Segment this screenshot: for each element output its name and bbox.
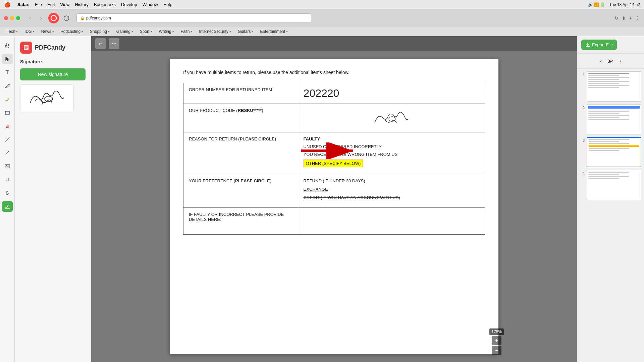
highlighter-tool-button[interactable] [2, 94, 13, 105]
close-window-button[interactable] [4, 16, 8, 20]
thumbnail-3[interactable]: 3 [580, 137, 641, 167]
address-bar[interactable]: 🔒 pdfcandy.com [76, 13, 311, 23]
bookmark-sport[interactable]: Sport ▾ [137, 28, 155, 35]
svg-line-2 [5, 137, 9, 141]
bookmark-podcasting[interactable]: Podcasting ▾ [58, 28, 86, 35]
chevron-icon: ▾ [191, 30, 192, 33]
extensions-icon[interactable]: ⋮ [635, 15, 640, 21]
bookmark-news[interactable]: News ▾ [39, 28, 57, 35]
app-name: PDFCandy [35, 44, 65, 51]
bookmark-writing[interactable]: Writing ▾ [156, 28, 177, 35]
page-navigation: ‹ 3/4 › [577, 54, 644, 69]
bookmark-gaming[interactable]: Gaming ▾ [114, 28, 136, 35]
redo-button[interactable]: ↪ [109, 38, 119, 49]
pdf-toolbar: ↩ ↪ [91, 36, 577, 51]
chevron-icon: ▾ [286, 30, 288, 33]
left-toolbar: T [0, 36, 15, 362]
minimize-window-button[interactable] [10, 16, 14, 20]
thumb-line [588, 83, 619, 84]
undo-button[interactable]: ↩ [95, 38, 106, 49]
thumb-line [588, 172, 629, 173]
thumb-line [588, 113, 619, 114]
page-1-thumbnail[interactable] [587, 71, 641, 102]
menu-help[interactable]: Help [163, 2, 172, 7]
page-3-thumbnail[interactable] [587, 137, 641, 167]
thumbnail-2[interactable]: 2 [580, 104, 641, 134]
hand-tool-button[interactable] [2, 40, 13, 51]
menu-view[interactable]: View [60, 2, 70, 7]
browser-chrome: ‹ › 🔒 pdfcandy.com ↻ ⬆ + ⋮ [0, 9, 644, 27]
reason-other: OTHER (SPECIFY BELOW) [304, 160, 363, 167]
signature-tool-button[interactable] [2, 201, 13, 212]
table-row: REASON FOR RETURN (PLEASE CIRCLE) [183, 132, 485, 174]
bookmark-faith[interactable]: Faith ▾ [178, 28, 195, 35]
zoom-controls: 175% + − [489, 328, 504, 355]
lock-icon: 🔒 [80, 16, 85, 20]
bookmark-guitars[interactable]: Guitars ▾ [235, 28, 256, 35]
maximize-window-button[interactable] [16, 16, 20, 20]
page-4-number: 4 [580, 171, 585, 175]
bookmark-news-label: News [41, 29, 51, 34]
preference-label: YOUR PREFERENCE (PLEASE CIRCLE) [183, 174, 298, 208]
order-number-value: 202220 [298, 83, 485, 104]
zoom-in-button[interactable]: + [492, 336, 501, 345]
menu-window[interactable]: Window [143, 2, 158, 7]
bookmark-internet-security[interactable]: Internet Security ▾ [196, 28, 233, 35]
next-page-button[interactable]: › [616, 57, 625, 65]
thumbnail-4[interactable]: 4 [580, 170, 641, 200]
svg-rect-7 [24, 45, 29, 50]
thumb-line [588, 81, 629, 82]
strikethrough-tool-button[interactable]: S [2, 188, 13, 198]
bookmark-entertainment[interactable]: Entertainment ▾ [257, 28, 290, 35]
image-tool-button[interactable] [2, 161, 13, 172]
table-row: IF FAULTY OR INCORRECT PLEASE PROVIDE DE… [183, 208, 485, 235]
page-4-thumbnail[interactable] [587, 170, 641, 200]
export-file-button[interactable]: Export File [581, 40, 617, 50]
bookmark-tech[interactable]: Tech ▾ [4, 28, 20, 35]
line-tool-button[interactable] [2, 134, 13, 145]
main-content: ↩ ↪ If you have multiple items to return… [91, 36, 577, 362]
forward-button[interactable]: › [36, 13, 46, 23]
add-tab-icon[interactable]: + [629, 15, 632, 21]
bookmark-shopping-label: Shopping [90, 29, 107, 34]
menu-safari[interactable]: Safari [17, 2, 30, 7]
apple-logo-icon: 🍎 [4, 1, 11, 8]
table-row: OUR PRODUCT CODE (RBSKU*****) [183, 104, 485, 132]
menu-develop[interactable]: Develop [121, 2, 137, 7]
pen-tool-button[interactable] [2, 80, 13, 91]
thumb-line [588, 85, 629, 86]
page-2-thumbnail[interactable] [587, 104, 641, 134]
rectangle-tool-button[interactable] [2, 107, 13, 118]
arrow-tool-button[interactable] [2, 147, 13, 158]
details-label: IF FAULTY OR INCORRECT PLEASE PROVIDE DE… [183, 208, 298, 235]
eraser-tool-button[interactable] [2, 121, 13, 131]
bookmark-shopping[interactable]: Shopping ▾ [87, 28, 112, 35]
bookmark-idg[interactable]: IDG ▾ [22, 28, 37, 35]
thumbnail-1[interactable]: 1 [580, 71, 641, 102]
menu-file[interactable]: File [35, 2, 42, 7]
cursor-tool-button[interactable] [2, 54, 13, 64]
text-tool-button[interactable]: T [2, 67, 13, 78]
signature-preview[interactable] [20, 84, 74, 111]
menu-history[interactable]: History [75, 2, 88, 7]
signature-in-cell [304, 108, 479, 128]
share-icon[interactable]: ⬆ [622, 15, 626, 21]
menu-edit[interactable]: Edit [47, 2, 55, 7]
opera-icon [48, 13, 59, 23]
menu-bookmarks[interactable]: Bookmarks [94, 2, 116, 7]
underline-tool-button[interactable]: U [2, 174, 13, 185]
reload-icon[interactable]: ↻ [614, 15, 619, 21]
chevron-icon: ▾ [229, 30, 231, 33]
bookmark-internet-security-label: Internet Security [199, 29, 228, 34]
back-button[interactable]: ‹ [25, 13, 35, 23]
zoom-out-button[interactable]: − [492, 346, 501, 355]
new-signature-button[interactable]: New signature [20, 68, 86, 80]
previous-page-button[interactable]: ‹ [597, 57, 605, 65]
preference-refund: REFUND (IF UNDER 30 DAYS) [304, 178, 479, 183]
mac-menubar: 🍎 Safari File Edit View History Bookmark… [0, 0, 644, 9]
url-text: pdfcandy.com [86, 16, 111, 20]
pdf-canvas: If you have multiple items to return, pl… [91, 51, 577, 362]
page-thumbnails: 1 2 [577, 69, 644, 362]
app-logo: PDFCandy [20, 42, 86, 54]
export-file-label: Export File [592, 42, 613, 47]
